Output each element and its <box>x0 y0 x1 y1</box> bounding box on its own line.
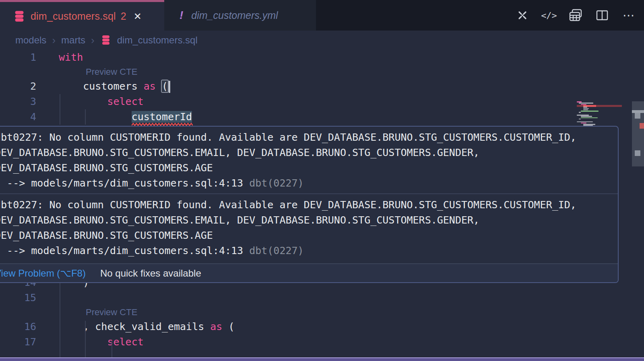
diagnostic-source: dbt(0227) <box>243 177 304 189</box>
diagnostic-text-line: DEV_DATABASE.BRUNO.STG_CUSTOMERS.AGE <box>0 160 618 176</box>
minimap-code-line <box>579 112 581 113</box>
hover-status-bar: View Problem (⌥F8) No quick fixes availa… <box>0 263 618 282</box>
diagnostic-text-line: dbt0227: No column CUSTOMERID found. Ava… <box>0 130 618 145</box>
line-number: 1 <box>0 50 36 65</box>
code-line[interactable]: 1with <box>0 50 576 65</box>
code-line-content: customers as ( <box>59 79 170 94</box>
breadcrumb: models › marts › dim_customers.sql <box>0 31 644 50</box>
minimap-code-line <box>577 101 582 103</box>
line-number: 17 <box>0 334 36 350</box>
diagnostic-message: dbt0227: No column CUSTOMERID found. Ava… <box>0 194 618 263</box>
tab-label: dim_customers.sql <box>31 10 116 22</box>
diagnostic-location-line: --> models/marts/dim_customers.sql:4:13 … <box>0 243 618 258</box>
tab-dim-customers-yml[interactable]: ! dim_customers.yml <box>164 0 316 31</box>
chevron-right-icon: › <box>91 34 95 47</box>
line-number: 15 <box>0 290 36 306</box>
code-line[interactable]: 3 select <box>0 94 576 109</box>
line-number: 4 <box>0 109 36 125</box>
code-line[interactable]: 4 customerId <box>0 109 576 125</box>
selected-word-with-error: customerId <box>132 111 192 123</box>
code-line-content: with <box>59 50 83 65</box>
database-icon <box>14 10 25 23</box>
bottom-panel-divider[interactable] <box>0 357 644 361</box>
warning-icon: ! <box>180 9 183 22</box>
diagnostic-text-line: DEV_DATABASE.BRUNO.STG_CUSTOMERS.EMAIL, … <box>0 213 618 228</box>
indent-guide <box>85 109 86 125</box>
codelens-preview-cte[interactable]: Preview CTE <box>86 306 137 319</box>
diagnostic-location-line: --> models/marts/dim_customers.sql:4:13 … <box>0 176 618 191</box>
line-number: 16 <box>0 319 36 334</box>
codelens-preview-cte[interactable]: Preview CTE <box>86 65 137 79</box>
code-line[interactable]: 15 <box>0 290 576 306</box>
split-editor-icon[interactable] <box>594 7 610 23</box>
chevron-right-icon: › <box>52 34 56 47</box>
indent-guide <box>111 341 112 358</box>
database-icon <box>101 35 111 45</box>
breadcrumb-item-marts[interactable]: marts <box>61 35 85 46</box>
minimap-code-line <box>581 116 592 117</box>
close-icon[interactable]: ✕ <box>134 11 142 22</box>
tab-label: dim_customers.yml <box>191 10 278 21</box>
code-line[interactable]: 17 select <box>0 334 576 350</box>
text-cursor <box>169 81 170 93</box>
code-line-content: customerId <box>59 109 192 125</box>
diagnostic-message: dbt0227: No column CUSTOMERID found. Ava… <box>0 127 618 193</box>
indent-guide <box>85 321 86 358</box>
minimap-code-line <box>581 117 598 119</box>
tab-dim-customers-sql[interactable]: dim_customers.sql 2 ✕ <box>0 0 164 31</box>
indent-guide <box>60 94 60 125</box>
more-actions-icon[interactable]: ⋯ <box>621 7 637 23</box>
breadcrumb-item-models[interactable]: models <box>15 35 46 46</box>
code-line-content: select <box>59 94 144 109</box>
editor-actions: </> ⋯ <box>514 0 637 31</box>
ruler-error-marker <box>640 123 644 129</box>
ruler-marker <box>635 113 640 119</box>
query-results-icon[interactable] <box>568 7 584 23</box>
dbt-icon[interactable] <box>514 7 530 23</box>
ruler-marker <box>632 110 644 113</box>
no-quick-fixes-text: No quick fixes available <box>100 268 201 279</box>
problem-hover-popup: dbt0227: No column CUSTOMERID found. Ava… <box>0 126 619 283</box>
minimap-code-line <box>579 119 581 120</box>
ruler-marker <box>635 150 640 156</box>
code-editor[interactable]: 1withPreview CTE2 customers as (3 select… <box>0 50 644 361</box>
diagnostic-text-line: dbt0227: No column CUSTOMERID found. Ava… <box>0 197 618 213</box>
diagnostic-text-line: DEV_DATABASE.BRUNO.STG_CUSTOMERS.AGE <box>0 228 618 243</box>
view-problem-link[interactable]: View Problem (⌥F8) <box>0 268 86 279</box>
line-number: 3 <box>0 94 36 109</box>
minimap-code-line <box>583 107 587 108</box>
modified-count-badge: 2 <box>121 10 126 22</box>
vscode-editor-window: dim_customers.sql 2 ✕ ! dim_customers.ym… <box>0 0 644 361</box>
bracket-match: ( <box>162 80 168 92</box>
overview-ruler[interactable] <box>632 100 644 361</box>
minimap-code-line <box>583 124 595 125</box>
minimap-code-line <box>583 109 588 111</box>
diagnostic-source: dbt(0227) <box>243 245 304 256</box>
diagnostic-text-line: DEV_DATABASE.BRUNO.STG_CUSTOMERS.EMAIL, … <box>0 145 618 160</box>
indent-guide <box>60 275 60 358</box>
line-number: 2 <box>0 79 36 94</box>
breadcrumb-item-file[interactable]: dim_customers.sql <box>117 35 198 46</box>
minimap-code-line <box>577 121 593 123</box>
minimap-code-line <box>581 123 586 124</box>
code-line[interactable]: 16 , check_valid_emails as ( <box>0 319 576 334</box>
minimap-code-line <box>581 111 599 112</box>
code-icon[interactable]: </> <box>541 7 557 23</box>
minimap-code-line <box>579 103 593 104</box>
code-line[interactable]: 2 customers as ( <box>0 79 576 94</box>
minimap-code-line <box>577 115 589 116</box>
minimap-code-line <box>583 108 589 109</box>
tab-bar: dim_customers.sql 2 ✕ ! dim_customers.ym… <box>0 0 644 31</box>
code-line-content: select <box>59 334 144 350</box>
